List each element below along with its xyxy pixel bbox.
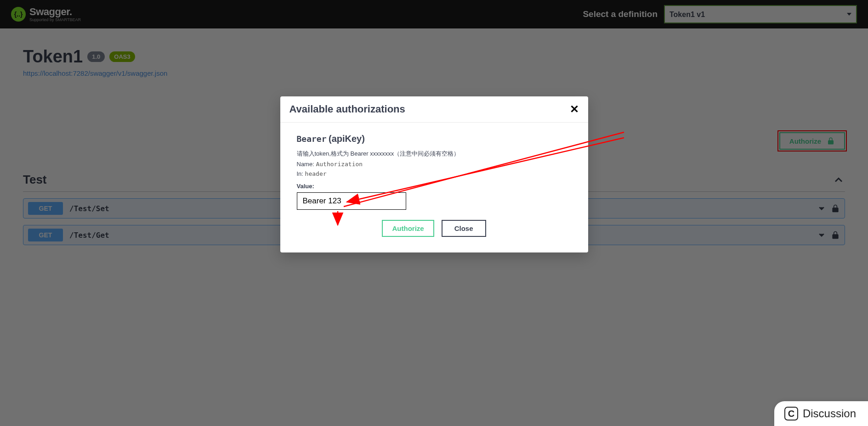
modal-close-button[interactable]: ✕ — [570, 103, 579, 116]
auth-value-input[interactable] — [297, 192, 406, 210]
auth-name-key: Name: — [297, 161, 314, 168]
discussion-badge[interactable]: C Discussion — [774, 401, 868, 426]
auth-description: 请输入token,格式为 Bearer xxxxxxxx（注意中间必须有空格） — [297, 150, 572, 158]
modal-authorize-button[interactable]: Authorize — [382, 220, 434, 237]
auth-in-value: header — [305, 170, 327, 177]
auth-modal: Available authorizations ✕ Bearer (apiKe… — [280, 96, 588, 252]
auth-name-value: Authorization — [316, 161, 363, 168]
auth-value-label: Value: — [297, 183, 572, 190]
modal-close-action-button[interactable]: Close — [442, 220, 486, 237]
auth-scheme-name: Bearer — [297, 134, 327, 144]
modal-overlay: Available authorizations ✕ Bearer (apiKe… — [0, 0, 868, 426]
auth-scheme-type: (apiKey) — [329, 134, 365, 144]
discussion-label: Discussion — [803, 407, 856, 420]
copyright-icon: C — [784, 407, 798, 420]
modal-title: Available authorizations — [289, 103, 405, 115]
auth-in-key: In: — [297, 170, 303, 177]
